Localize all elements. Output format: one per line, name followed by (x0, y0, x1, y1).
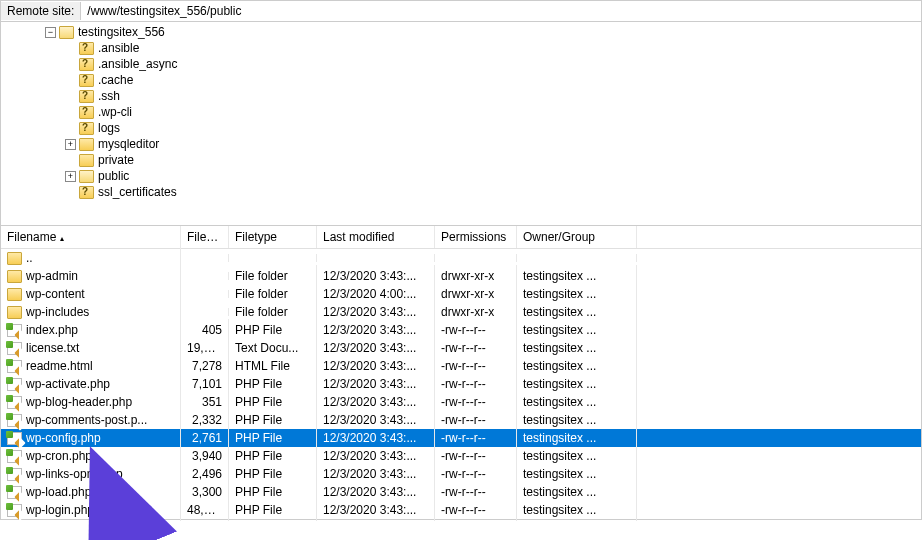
tree-item[interactable]: .ssh (1, 88, 921, 104)
tree-item[interactable]: .wp-cli (1, 104, 921, 120)
file-name: .. (26, 251, 33, 265)
file-modified: 12/3/2020 3:43:... (317, 499, 435, 521)
expander-plus-icon[interactable]: + (65, 171, 76, 182)
tree-item-label: .ssh (98, 89, 120, 103)
tree-item-label: .cache (98, 73, 133, 87)
file-name: wp-blog-header.php (26, 395, 132, 409)
folder-icon (59, 26, 74, 39)
file-name: wp-login.php (26, 503, 94, 517)
tree-item[interactable]: .ansible (1, 40, 921, 56)
folder-icon (79, 170, 94, 183)
file-size (181, 290, 229, 298)
file-icon (7, 450, 22, 463)
file-list-pane: Filename▴ Filesize Filetype Last modifie… (0, 226, 922, 520)
file-name: wp-links-opml.php (26, 467, 123, 481)
folder-unknown-icon (79, 186, 94, 199)
file-name: wp-activate.php (26, 377, 110, 391)
file-icon (7, 342, 22, 355)
file-icon (7, 360, 22, 373)
file-name: wp-comments-post.p... (26, 413, 147, 427)
file-type (229, 254, 317, 262)
tree-item-label: logs (98, 121, 120, 135)
tree-root-row[interactable]: − testingsitex_556 (1, 24, 921, 40)
expander-minus-icon[interactable]: − (45, 27, 56, 38)
file-icon (7, 504, 22, 517)
folder-icon (79, 138, 94, 151)
file-owner: testingsitex ... (517, 499, 637, 521)
file-owner (517, 254, 637, 262)
file-name: wp-includes (26, 305, 89, 319)
folder-icon (7, 270, 22, 283)
expander-plus-icon[interactable]: + (65, 139, 76, 150)
folder-unknown-icon (79, 42, 94, 55)
folder-unknown-icon (79, 122, 94, 135)
folder-icon (79, 154, 94, 167)
tree-root-label: testingsitex_556 (78, 25, 165, 39)
tree-item[interactable]: +mysqleditor (1, 136, 921, 152)
tree-item[interactable]: logs (1, 120, 921, 136)
file-name: readme.html (26, 359, 93, 373)
folder-unknown-icon (79, 90, 94, 103)
tree-item-label: .wp-cli (98, 105, 132, 119)
remote-site-label: Remote site: (1, 2, 81, 20)
column-header-permissions[interactable]: Permissions (435, 226, 517, 248)
tree-item-label: ssl_certificates (98, 185, 177, 199)
tree-item[interactable]: ssl_certificates (1, 184, 921, 200)
file-type: PHP File (229, 499, 317, 521)
file-modified (317, 254, 435, 262)
tree-item-label: .ansible (98, 41, 139, 55)
file-name: index.php (26, 323, 78, 337)
file-icon (7, 378, 22, 391)
sort-indicator-icon: ▴ (60, 234, 64, 243)
remote-site-bar[interactable]: Remote site: /www/testingsitex_556/publi… (0, 0, 922, 22)
tree-item[interactable]: +public (1, 168, 921, 184)
file-size (181, 308, 229, 316)
file-name: license.txt (26, 341, 79, 355)
column-header-owner[interactable]: Owner/Group (517, 226, 637, 248)
folder-icon (7, 288, 22, 301)
file-size (181, 254, 229, 262)
tree-item-label: public (98, 169, 129, 183)
file-permissions (435, 254, 517, 262)
file-icon (7, 486, 22, 499)
remote-tree-pane[interactable]: − testingsitex_556 .ansible.ansible_asyn… (0, 22, 922, 226)
file-name: wp-config.php (26, 431, 101, 445)
file-name: wp-admin (26, 269, 78, 283)
tree-item-label: mysqleditor (98, 137, 159, 151)
file-size: 48,761 (181, 499, 229, 521)
folder-icon (7, 252, 22, 265)
tree-item-label: .ansible_async (98, 57, 177, 71)
file-row[interactable]: wp-login.php48,761PHP File12/3/2020 3:43… (1, 501, 921, 519)
file-icon (7, 432, 22, 445)
file-name: wp-load.php (26, 485, 91, 499)
folder-unknown-icon (79, 58, 94, 71)
file-permissions: -rw-r--r-- (435, 499, 517, 521)
file-list-body: ..wp-adminFile folder12/3/2020 3:43:...d… (1, 249, 921, 519)
file-icon (7, 468, 22, 481)
remote-site-path[interactable]: /www/testingsitex_556/public (81, 2, 921, 20)
tree-item[interactable]: .ansible_async (1, 56, 921, 72)
folder-icon (7, 306, 22, 319)
file-name: wp-content (26, 287, 85, 301)
file-icon (7, 324, 22, 337)
column-header-filesize[interactable]: Filesize (181, 226, 229, 248)
folder-unknown-icon (79, 106, 94, 119)
tree-item[interactable]: private (1, 152, 921, 168)
file-size (181, 272, 229, 280)
column-header-modified[interactable]: Last modified (317, 226, 435, 248)
folder-unknown-icon (79, 74, 94, 87)
column-header-filetype[interactable]: Filetype (229, 226, 317, 248)
tree-item[interactable]: .cache (1, 72, 921, 88)
column-header-filename[interactable]: Filename▴ (1, 226, 181, 248)
file-name: wp-cron.php (26, 449, 92, 463)
tree-item-label: private (98, 153, 134, 167)
file-icon (7, 414, 22, 427)
file-list-header: Filename▴ Filesize Filetype Last modifie… (1, 226, 921, 249)
file-icon (7, 396, 22, 409)
